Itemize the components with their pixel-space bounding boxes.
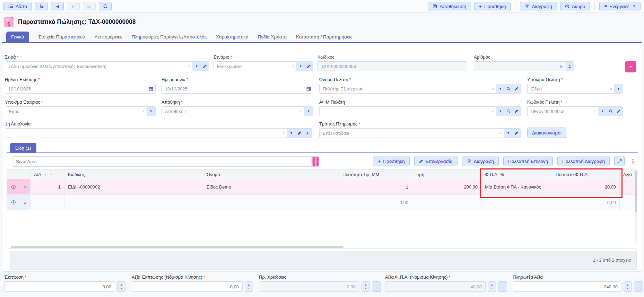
edit-pencil-icon[interactable] <box>512 129 520 138</box>
column-header-fpa[interactable]: Φ.Π.Α. % <box>481 170 552 179</box>
tab-pedia-xristi[interactable]: Πεδία Χρήστη <box>258 34 287 42</box>
plirotea-axia-field[interactable]: 240,00 <box>513 281 621 292</box>
grid-vertical-scrollbar[interactable] <box>635 171 637 243</box>
edit-pencil-icon[interactable] <box>305 62 313 71</box>
edit-pencil-icon[interactable] <box>615 107 623 116</box>
save-button[interactable]: Αποθήκευση <box>428 2 471 11</box>
cancel-button[interactable]: Άκυρο <box>560 2 590 11</box>
add-new-icon[interactable]: + <box>303 129 311 138</box>
dropdown-caret-icon[interactable]: ▼ <box>496 107 504 116</box>
grid-edit-button[interactable]: Επεξεργασία <box>414 156 458 166</box>
edit-pencil-icon[interactable] <box>295 129 303 138</box>
column-header-pososto-fpa[interactable]: Ποσοστό Φ.Π.Α. <box>552 170 620 179</box>
delete-button[interactable]: Διαγραφή <box>520 2 557 11</box>
clear-icon[interactable]: × <box>489 86 496 91</box>
ekptosi-spinner[interactable]: ▲▼ <box>117 281 125 292</box>
next-record-button[interactable]: ▶ <box>67 2 80 11</box>
edit-pencil-icon[interactable] <box>512 84 520 93</box>
grid-more-options-icon[interactable]: ⋮ <box>629 158 637 165</box>
pr-xreoseis-more-button[interactable]: … <box>372 281 381 292</box>
table-row-empty[interactable]: ≡ 0,00 0,00 <box>7 195 638 210</box>
grid-add-button[interactable]: + Προσθήκη <box>373 156 409 166</box>
row-info-icon[interactable] <box>7 195 20 210</box>
dropdown-caret-icon[interactable]: ▼ <box>147 107 155 116</box>
search-icon[interactable] <box>504 107 512 116</box>
scan-area-input[interactable] <box>12 159 312 164</box>
dropdown-caret-icon[interactable]: ▼ <box>305 107 313 116</box>
add-button[interactable]: + Προσθήκη <box>474 2 511 11</box>
column-menu-icon[interactable]: ⋮ <box>49 172 53 177</box>
tab-leptomereies[interactable]: Λεπτομέρειες <box>95 34 122 42</box>
apothiki-combobox[interactable]: Αποθήκη 1 × ▼ <box>162 106 313 116</box>
imerominia-datepicker[interactable]: 10/10/2025 <box>162 84 313 94</box>
arithmos-field[interactable]: 8 ▲▼ <box>474 61 574 71</box>
imnia-ekdosis-datepicker[interactable]: 10/10/2025 <box>5 84 156 94</box>
dropdown-caret-icon[interactable]: ▼ <box>504 129 512 138</box>
dropdown-caret-icon[interactable]: ▼ <box>287 129 295 138</box>
clear-icon[interactable]: × <box>489 109 496 114</box>
column-header-aa[interactable]: Α/Α ↑ ⋮ <box>31 170 64 179</box>
last-record-button[interactable]: ▶ <box>83 2 96 11</box>
grid-expand-button[interactable] <box>614 156 625 166</box>
tab-stoixeia-parastatikou[interactable]: Στοιχεία Παραστατικού <box>38 34 85 42</box>
clear-icon[interactable]: × <box>140 109 147 114</box>
search-icon[interactable] <box>607 107 615 116</box>
previous-record-button[interactable]: ◀ <box>51 2 64 11</box>
tab-genika[interactable]: Γενικά <box>6 32 29 42</box>
column-header-onoma[interactable]: Όνομα <box>203 170 339 179</box>
column-header-posotita[interactable]: Ποσότητα 1ης ΜΜ <box>339 170 412 179</box>
aitiologia-combobox[interactable]: . × ▼ + <box>5 128 312 138</box>
onoma-pelati-combobox[interactable]: Πελάτης Εξωτερικού × ▼ <box>319 84 521 94</box>
kodikos-pelati-combobox[interactable]: ΠΕΛΑ-00000052 × ▼ <box>527 106 623 116</box>
afm-pelati-combobox[interactable]: × ▼ <box>319 106 521 116</box>
actions-button[interactable]: ≡ Ενέργειες ▼ <box>599 2 641 11</box>
search-icon[interactable] <box>504 84 512 93</box>
dropdown-caret-icon[interactable]: ▼ <box>193 62 201 71</box>
sort-ascending-icon[interactable]: ↑ <box>44 172 46 177</box>
tab-katastasi-paratiriseis[interactable]: Κατάσταση / Παρατηρήσεις <box>296 34 353 42</box>
calendar-icon[interactable] <box>304 84 313 93</box>
dropdown-caret-icon[interactable]: ▼ <box>496 84 504 93</box>
tropos-pliromis-combobox[interactable]: Επί Πιστώσει × ▼ <box>319 128 521 138</box>
clear-icon[interactable]: × <box>297 109 304 114</box>
axia-ekptosis-field[interactable]: 0,00 <box>132 281 243 292</box>
calendar-icon[interactable] <box>146 84 155 93</box>
axia-ekptosis-spinner[interactable]: ▲▼ <box>245 281 253 292</box>
barcode-icon[interactable] <box>312 157 319 166</box>
seira-combobox[interactable]: ΤΔΧ (Τιμολόγιο Δελτίο Αποστολής Ενδοκοιν… <box>5 61 209 71</box>
plirotea-axia-more-button[interactable]: … <box>634 281 643 292</box>
tab-plirofories-apostolis[interactable]: Πληροφορίες Παραγγελ./Αποστολής <box>132 34 207 42</box>
first-record-button[interactable]: ◀ <box>35 2 48 11</box>
table-row-selected[interactable]: ≡ 1 ΕΙΔΗ-00000002 Είδος Demo 1 200,00 Μί… <box>7 179 638 195</box>
ekptosi-field[interactable]: 0,00 <box>4 281 115 292</box>
tab-xaraktiristika[interactable]: Χαρακτηριστικά <box>216 34 249 42</box>
collapse-header-button[interactable] <box>625 61 636 72</box>
row-info-icon[interactable] <box>7 179 20 194</box>
grid-multi-select-button[interactable]: Πολλαπλή Επιλογή <box>503 156 553 166</box>
dropdown-caret-icon[interactable]: ▼ <box>615 84 623 93</box>
edit-pencil-icon[interactable] <box>512 107 520 116</box>
clear-icon[interactable]: × <box>607 86 614 91</box>
tab-eidi[interactable]: Είδη (1) <box>10 143 36 153</box>
diakanonismoi-button[interactable]: Διακανονισμοί <box>527 128 566 138</box>
axia-fpa-more-button[interactable]: … <box>498 281 507 292</box>
column-header-kodikos[interactable]: Κωδικός <box>64 170 203 179</box>
senario-combobox[interactable]: Εγκεκριμένο × ▼ <box>214 61 313 71</box>
list-button[interactable]: Λίστα <box>3 2 32 11</box>
plirotea-axia-spinner[interactable]: ▲▼ <box>624 281 632 292</box>
ypokma-etairias-combobox[interactable]: Έδρα × ▼ <box>5 106 156 116</box>
clear-icon[interactable]: × <box>185 64 192 69</box>
dropdown-caret-icon[interactable]: ▼ <box>599 107 607 116</box>
grid-horizontal-scrollbar[interactable] <box>7 246 638 249</box>
pr-xreoseis-spinner[interactable]: ▲▼ <box>362 281 370 292</box>
ypokma-pelati-combobox[interactable]: Έδρα × ▼ <box>527 84 623 94</box>
row-menu-icon[interactable]: ≡ <box>20 179 31 194</box>
arithmos-spinner[interactable]: ▲▼ <box>566 62 574 71</box>
clear-icon[interactable]: × <box>280 131 287 136</box>
clear-icon[interactable]: × <box>497 131 504 136</box>
axia-fpa-spinner[interactable]: ▲▼ <box>488 281 496 292</box>
grid-multi-delete-button[interactable]: Πολλαπλή Διαγραφή <box>557 156 610 166</box>
refresh-button[interactable] <box>99 2 112 11</box>
dropdown-caret-icon[interactable]: ▼ <box>297 62 305 71</box>
row-menu-icon[interactable]: ≡ <box>20 195 31 210</box>
